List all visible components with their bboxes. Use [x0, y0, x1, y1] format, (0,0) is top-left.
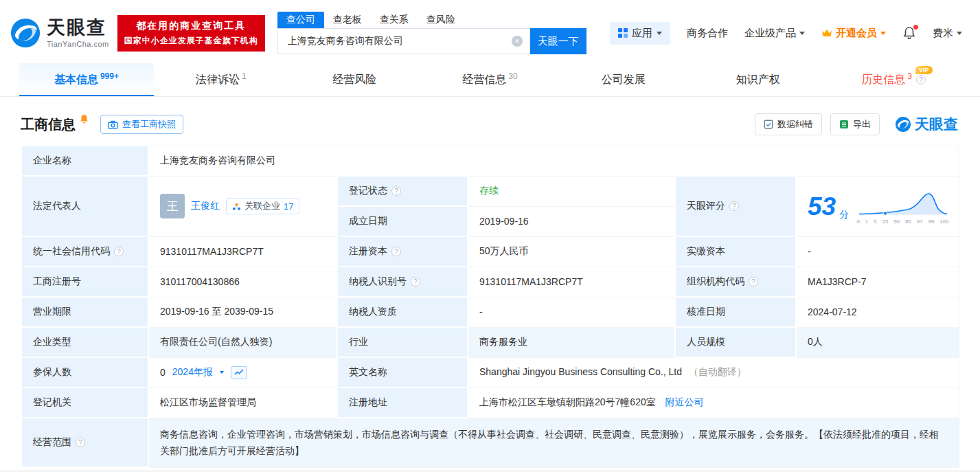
help-icon[interactable]: ? [729, 201, 739, 211]
help-icon[interactable]: ? [76, 438, 85, 447]
row-business-scope: 经营范围? 商务信息咨询，企业管理咨询，市场营销策划，市场信息咨询与调查（不得从… [21, 418, 959, 467]
field-label: 参保人数 [33, 366, 71, 379]
tianyancha-logo[interactable]: 天眼查 TianYanCha.com [10, 17, 109, 49]
value-taxpayer-quality: - [468, 297, 675, 327]
value-paid-capital: - [796, 236, 959, 267]
tab-history-info[interactable]: VIP 历史信息 3 ? [826, 63, 961, 96]
help-icon[interactable]: ? [391, 247, 401, 256]
crown-icon [821, 29, 832, 37]
label-taxpayer-id: 纳税人识别号? [337, 267, 468, 297]
help-icon[interactable]: ? [749, 277, 758, 286]
top-header: 天眼查 TianYanCha.com 都在用的商业查询工具 国家中小企业发展子基… [0, 0, 980, 63]
annual-report-link[interactable]: 2024年报 [172, 366, 213, 379]
tab-count: 1 [242, 71, 247, 81]
field-label: 实缴资本 [687, 245, 725, 258]
help-icon[interactable]: ? [916, 75, 926, 85]
field-value: MA1J3RCP-7 [808, 276, 867, 287]
label-credit-code: 统一社会信用代码? [21, 236, 148, 267]
export-button[interactable]: 导出 [830, 113, 880, 135]
value-business-term: 2019-09-16 至 2039-09-15 [148, 297, 337, 327]
help-icon[interactable]: ? [411, 277, 420, 286]
nav-business-cooperation[interactable]: 商务合作 [687, 27, 728, 40]
row-reg-number: 工商注册号 310117004130866 纳税人识别号? 91310117MA… [21, 267, 959, 297]
field-value: - [808, 246, 811, 257]
field-value: 50万人民币 [479, 245, 529, 256]
search-tab-company[interactable]: 查公司 [277, 12, 324, 28]
field-value: 91310117MA1J3RCP7T [160, 246, 264, 257]
tab-count: 30 [508, 71, 517, 81]
related-companies-badge[interactable]: 关联企业 17 [226, 198, 299, 214]
value-org-code: MA1J3RCP-7 [796, 267, 959, 297]
score-curve [857, 188, 949, 216]
nearby-companies-link[interactable]: 附近公司 [665, 396, 704, 407]
clear-search-icon[interactable]: × [512, 36, 523, 47]
field-value: 91310117MA1J3RCP7T [479, 276, 583, 287]
value-english-name: Shanghai Jingyou Business Consulting Co.… [468, 357, 959, 387]
apps-menu[interactable]: 应用 [610, 22, 670, 45]
section-head: 工商信息 查看工商快照 数据纠错 [21, 113, 958, 135]
search-button[interactable]: 天眼一下 [530, 28, 586, 54]
search-tab-boss[interactable]: 查老板 [324, 12, 371, 28]
line-chart-icon [234, 369, 244, 376]
label-paid-capital: 实缴资本 [675, 236, 796, 267]
label-reg-capital: 注册资本? [337, 236, 468, 267]
tab-business-info[interactable]: 经营信息 30 [423, 63, 558, 96]
data-correction-button[interactable]: 数据纠错 [755, 113, 822, 135]
subscribe-bell-icon[interactable] [79, 113, 89, 124]
search-tab-risk[interactable]: 查风险 [418, 12, 464, 28]
vip-label: 开通会员 [836, 27, 877, 40]
nav-open-vip[interactable]: 开通会员 [821, 27, 886, 40]
field-label: 人员规模 [687, 336, 725, 348]
label-reg-number: 工商注册号 [21, 267, 148, 297]
legal-rep-avatar[interactable]: 王 [160, 194, 185, 218]
tab-intellectual-property[interactable]: 知识产权 [692, 63, 826, 96]
business-snapshot-button[interactable]: 查看工商快照 [100, 115, 183, 134]
label-business-term: 营业期限 [21, 297, 148, 327]
field-value: 2019-09-16 [479, 216, 529, 227]
axis-tick: 85 [905, 218, 911, 225]
brand-name: 天眼查 [47, 18, 109, 38]
field-label: 工商注册号 [33, 276, 81, 288]
field-label: 行业 [349, 336, 368, 348]
tab-label: 经营风险 [332, 73, 376, 87]
slogan-line1: 都在用的商业查询工具 [124, 20, 258, 32]
tab-company-development[interactable]: 公司发展 [557, 63, 692, 96]
notification-bell[interactable] [902, 26, 916, 40]
score-unit: 分 [839, 209, 849, 221]
value-industry: 商务服务业 [468, 327, 675, 357]
value-staff-size: 0人 [796, 327, 959, 357]
field-value: 上海竞友商务咨询有限公司 [160, 155, 275, 166]
legal-rep-name-link[interactable]: 王俊红 [191, 200, 220, 212]
label-taxpayer-quality: 纳税人资质 [337, 297, 468, 327]
nav-enterprise-products[interactable]: 企业级产品 [744, 27, 805, 40]
watermark-text: 天眼查 [915, 115, 958, 134]
field-label: 纳税人识别号 [349, 276, 407, 288]
label-company-name: 企业名称 [21, 146, 148, 176]
score-distribution-chart[interactable]: 0 1 5 15 50 85 97 99 100 [857, 188, 949, 225]
search-tab-relation[interactable]: 查关系 [371, 12, 418, 28]
label-reg-address: 注册地址 [337, 387, 468, 418]
field-label: 天眼评分 [687, 200, 725, 212]
help-icon[interactable]: ? [391, 186, 401, 196]
row-legal-rep: 法定代表人 王 王俊红 关联企业 [21, 176, 959, 206]
notification-dot [913, 25, 918, 30]
row-company-name: 企业名称 上海竞友商务咨询有限公司 [21, 146, 959, 176]
tab-operating-risk[interactable]: 经营风险 [288, 63, 423, 96]
label-company-type: 企业类型 [21, 327, 148, 357]
nav-user-menu[interactable]: 费米 [933, 27, 962, 40]
tab-basic-info[interactable]: 基本信息 999+ [19, 63, 154, 96]
enterprise-products-label: 企业级产品 [744, 27, 796, 40]
tab-legal-proceedings[interactable]: 法律诉讼 1 [154, 63, 288, 96]
field-value: 上海市松江区车墩镇朝阳路20号7幢620室 [479, 396, 656, 407]
apps-label: 应用 [632, 27, 652, 40]
value-taxpayer-id: 91310117MA1J3RCP7T [468, 267, 675, 297]
camera-icon [108, 120, 118, 129]
label-staff-size: 人员规模 [675, 327, 796, 357]
help-icon[interactable]: ? [114, 247, 124, 256]
search-input[interactable] [286, 35, 509, 47]
axis-tick: 15 [882, 218, 888, 225]
insured-trend-icon[interactable] [231, 366, 247, 379]
insured-count: 0 [160, 367, 166, 378]
search-block: 查公司 查老板 查关系 查风险 × 天眼一下 [277, 12, 586, 54]
label-english-name: 英文名称 [337, 357, 468, 387]
